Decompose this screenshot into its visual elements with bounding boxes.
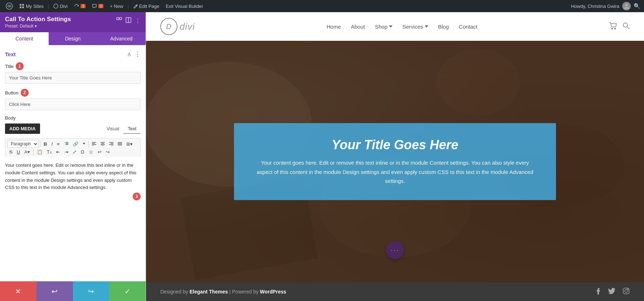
admin-bar-new[interactable]: + New (108, 4, 125, 9)
social-twitter-icon[interactable] (608, 287, 615, 296)
cart-icon[interactable] (609, 22, 617, 31)
body-badge: 3 (133, 193, 141, 200)
toolbar-undo[interactable]: ↩ (96, 149, 103, 155)
admin-bar-edit-page[interactable]: Edit Page (131, 4, 161, 9)
editor-tab-visual[interactable]: Visual (102, 124, 123, 134)
toolbar-emoji[interactable]: ☺ (87, 149, 95, 155)
cta-title: Your Title Goes Here (255, 137, 535, 152)
toolbar-clear-format[interactable]: T𝑥 (45, 149, 54, 155)
svg-point-32 (614, 28, 615, 29)
footer-credits: Designed by Elegant Themes | Powered by … (160, 289, 286, 295)
nav-shop[interactable]: Shop (375, 24, 392, 30)
svg-point-42 (625, 290, 628, 292)
toolbar-strikethrough[interactable]: S (8, 149, 14, 155)
panel-icon-columns[interactable] (126, 17, 131, 24)
title-input[interactable] (5, 72, 141, 84)
collapse-icon[interactable]: ∧ (127, 51, 131, 58)
left-panel: Call To Action Settings Preset: Default … (0, 12, 146, 301)
undo-button[interactable]: ↩ (36, 281, 73, 301)
title-label: Title (5, 64, 14, 69)
tab-content[interactable]: Content (0, 32, 49, 45)
svg-rect-3 (20, 6, 21, 8)
cta-body: Your content goes here. Edit or remove t… (255, 158, 535, 186)
nav-icons (609, 22, 630, 31)
toolbar-bold[interactable]: B (42, 141, 49, 147)
admin-bar-search-icon[interactable]: 🔍 (634, 3, 640, 9)
toolbar-redo[interactable]: ↪ (104, 149, 112, 155)
search-icon[interactable] (623, 22, 630, 31)
button-badge: 2 (21, 89, 29, 97)
editor-toolbar: Paragraph B I ≡ 1 🔗 ❝ (5, 138, 141, 157)
toolbar-text-color[interactable]: A▾ (23, 149, 32, 155)
svg-point-31 (611, 28, 613, 29)
editor-tab-text[interactable]: Text (123, 124, 141, 134)
toolbar-sep3 (33, 149, 34, 155)
svg-point-33 (623, 23, 628, 27)
nav-blog[interactable]: Blog (438, 24, 449, 30)
toolbar-align-center[interactable] (99, 141, 107, 147)
admin-bar-wp-logo[interactable] (4, 3, 15, 10)
toolbar-align-right[interactable] (107, 141, 115, 147)
tab-advanced[interactable]: Advanced (97, 32, 146, 45)
wp-admin-bar: My Sites | Divi 3 0 + New | Edit Page Ex… (0, 0, 644, 12)
nav-contact[interactable]: Contact (459, 24, 478, 30)
panel-preset[interactable]: Preset: Default ▾ (5, 24, 71, 29)
toolbar-link[interactable]: 🔗 (71, 141, 80, 147)
toolbar-table[interactable]: ⊞▾ (125, 141, 135, 147)
body-field-row: Body ADD MEDIA Visual Text Paragraph B (5, 115, 141, 157)
nav-services[interactable]: Services (402, 24, 428, 30)
nav-home[interactable]: Home (327, 24, 341, 30)
cancel-button[interactable]: ✕ (0, 281, 36, 301)
nav-about[interactable]: About (351, 24, 365, 30)
toolbar-underline[interactable]: U (15, 149, 22, 155)
footer-elegant-themes[interactable]: Elegant Themes (190, 289, 228, 295)
toolbar-ol[interactable]: 1 (62, 140, 70, 147)
toolbar-paste-plain[interactable]: 📋 (35, 149, 44, 155)
toolbar-indent-in[interactable]: ⇥ (63, 149, 70, 155)
svg-line-34 (627, 27, 629, 29)
toolbar-sep1 (40, 141, 40, 147)
site-nav: D divi Home About Shop Services Blog Con… (146, 12, 644, 41)
section-more-icon[interactable]: ⋮ (134, 50, 141, 58)
admin-bar-comments[interactable]: 0 (90, 4, 106, 9)
redo-button[interactable]: ↪ (73, 281, 109, 301)
footer-wordpress[interactable]: WordPress (260, 289, 286, 295)
social-facebook-icon[interactable] (594, 287, 601, 296)
toolbar-special-chars[interactable]: Ω (79, 149, 86, 155)
button-input[interactable] (5, 98, 141, 110)
toolbar-italic[interactable]: I (49, 141, 54, 147)
bottom-action-bar: ✕ ↩ ↪ ✓ (0, 281, 146, 301)
panel-icon-fullscreen[interactable] (116, 17, 122, 24)
toolbar-paragraph-select[interactable]: Paragraph (8, 140, 39, 148)
save-button[interactable]: ✓ (109, 281, 146, 301)
toolbar-indent-out[interactable]: ⇤ (54, 149, 62, 155)
panel-icon-more[interactable]: ⋮ (135, 18, 141, 24)
admin-bar-avatar (622, 2, 631, 10)
toolbar-align-left[interactable] (90, 141, 98, 147)
site-preview: D divi Home About Shop Services Blog Con… (146, 12, 644, 301)
svg-rect-4 (22, 6, 24, 8)
panel-header: Call To Action Settings Preset: Default … (0, 12, 146, 32)
svg-point-6 (625, 4, 628, 6)
admin-bar-exit-builder[interactable]: Exit Visual Builder (164, 4, 205, 9)
toolbar-align-justify[interactable] (116, 141, 124, 147)
svg-rect-2 (22, 4, 24, 6)
title-field-row: Title 1 (5, 62, 141, 84)
add-media-button[interactable]: ADD MEDIA (5, 123, 40, 134)
admin-bar-my-sites[interactable]: My Sites (17, 4, 46, 9)
svg-point-43 (628, 289, 628, 290)
tab-design[interactable]: Design (49, 32, 97, 45)
toolbar-expand[interactable]: ⤢ (71, 149, 78, 155)
button-field-row: Button 2 (5, 89, 141, 110)
social-instagram-icon[interactable] (623, 287, 630, 296)
svg-rect-7 (117, 18, 119, 20)
admin-bar-updates[interactable]: 3 (72, 4, 88, 9)
svg-rect-1 (20, 4, 21, 6)
title-badge: 1 (16, 62, 24, 70)
toolbar-ul[interactable]: ≡ (55, 141, 62, 147)
logo-text: divi (180, 21, 195, 32)
toolbar-blockquote[interactable]: ❝ (81, 141, 87, 147)
svg-point-5 (54, 4, 58, 8)
section-text-header: Text ∧ ⋮ (5, 50, 141, 58)
admin-bar-divi[interactable]: Divi (51, 4, 70, 9)
